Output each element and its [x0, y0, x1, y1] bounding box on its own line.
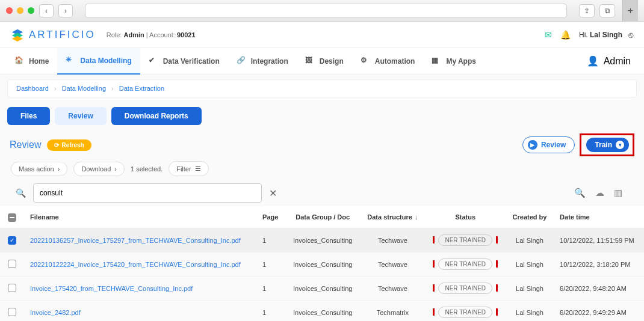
chevron-right-icon: › [111, 85, 114, 92]
cell-datetime: 6/20/2022, 9:48:20 AM [554, 277, 644, 301]
url-bar[interactable] [85, 4, 567, 18]
breadcrumb-data-extraction[interactable]: Data Extraction [119, 85, 164, 92]
download-dropdown[interactable]: Download› [73, 162, 125, 176]
cell-struct: Techwave [360, 228, 426, 252]
row-checkbox[interactable] [8, 284, 16, 292]
nav-data-verification[interactable]: ✔Data Verification [140, 48, 228, 75]
tab-download-reports[interactable]: Download Reports [111, 107, 202, 125]
table-row[interactable]: Invoice_175420_from_TECHWAVE_Consulting_… [0, 277, 644, 301]
cell-group: Invoices_Consulting [285, 277, 360, 301]
cell-struct: Techwave [360, 252, 426, 277]
cell-datetime: 10/12/2022, 3:18:20 PM [554, 252, 644, 277]
cell-group: Invoices_Consulting [285, 252, 360, 277]
refresh-icon: ⟳ [54, 142, 59, 148]
share-icon[interactable]: ⇪ [579, 4, 595, 17]
cloud-download-icon[interactable]: ☁ [595, 188, 604, 198]
cell-group: Invoices_Consulting [285, 228, 360, 252]
role-account-text: Role: Admin | Account: 90021 [107, 31, 196, 38]
admin-icon: 👤 [587, 55, 599, 67]
traffic-lights [6, 7, 34, 14]
tab-review[interactable]: Review [55, 107, 106, 125]
automation-icon: ⚙ [361, 56, 371, 67]
col-datastruct[interactable]: Data structure↓ [360, 206, 426, 228]
select-all-checkbox[interactable] [8, 213, 16, 222]
col-datetime[interactable]: Date time [554, 206, 644, 228]
table-row[interactable]: ✓202210136257_Invoice_175297_from_TECHWA… [0, 228, 644, 252]
bell-icon[interactable]: 🔔 [560, 30, 571, 40]
clear-search-button[interactable]: ✕ [269, 188, 277, 199]
train-button[interactable]: Train ▾ [586, 138, 629, 152]
row-checkbox[interactable] [8, 308, 16, 316]
main-nav: 🏠Home ✳Data Modelling ✔Data Verification… [0, 48, 644, 75]
filter-button[interactable]: Filter☰ [169, 161, 208, 176]
design-icon: 🖼 [305, 56, 316, 67]
app-logo[interactable]: ARTIFICIO [11, 28, 96, 41]
train-highlight: Train ▾ [580, 133, 634, 156]
mass-action-dropdown[interactable]: Mass action› [11, 162, 67, 176]
breadcrumb-dashboard[interactable]: Dashboard [16, 85, 49, 92]
minimize-window[interactable] [17, 7, 23, 14]
play-icon: ▶ [528, 140, 537, 150]
columns-icon[interactable]: ▥ [614, 188, 622, 198]
search-toggle-icon[interactable]: 🔍 [574, 188, 586, 198]
breadcrumb-data-modelling[interactable]: Data Modelling [62, 85, 106, 92]
filename-link[interactable]: 202210136257_Invoice_175297_from_TECHWAV… [30, 237, 241, 244]
col-filename[interactable]: Filename [24, 206, 256, 228]
table-header-row: Filename Page Data Group / Doc Data stru… [0, 206, 644, 228]
nav-automation[interactable]: ⚙Automation [352, 48, 424, 75]
tabs-icon[interactable]: ⧉ [599, 4, 615, 17]
status-highlight: NER TRAINED [433, 284, 498, 292]
status-badge: NER TRAINED [438, 307, 492, 318]
col-createdby[interactable]: Created by [506, 206, 554, 228]
col-datagroup[interactable]: Data Group / Doc [285, 206, 360, 228]
filename-link[interactable]: Invoice_175420_from_TECHWAVE_Consulting_… [30, 285, 193, 292]
forward-button[interactable]: › [58, 4, 73, 17]
search-row: 🔍 ✕ 🔍 ☁ ▥ [0, 179, 644, 206]
table-row[interactable]: 202210122224_Invoice_175420_from_TECHWAV… [0, 252, 644, 277]
app-header: ARTIFICIO Role: Admin | Account: 90021 ✉… [0, 22, 644, 48]
close-window[interactable] [6, 7, 13, 14]
apps-icon: ▦ [432, 56, 442, 67]
nav-my-apps[interactable]: ▦My Apps [423, 48, 485, 75]
status-highlight: NER TRAINED [433, 308, 498, 316]
cell-createdby: Lal Singh [506, 228, 554, 252]
integration-icon: 🔗 [237, 56, 247, 67]
browser-chrome: ‹ › ⇪ ⧉ + [0, 0, 644, 22]
nav-home[interactable]: 🏠Home [6, 48, 57, 75]
maximize-window[interactable] [28, 7, 34, 14]
row-checkbox[interactable] [8, 260, 16, 268]
new-tab-button[interactable]: + [622, 0, 638, 22]
home-icon: 🏠 [14, 56, 25, 67]
logo-text: ARTIFICIO [29, 29, 96, 41]
nav-data-modelling[interactable]: ✳Data Modelling [57, 48, 140, 75]
chevron-right-icon: › [58, 165, 60, 173]
verification-icon: ✔ [149, 56, 159, 67]
nav-integration[interactable]: 🔗Integration [228, 48, 297, 75]
filter-icon: ☰ [195, 165, 201, 173]
filename-link[interactable]: 202210122224_Invoice_175420_from_TECHWAV… [30, 261, 241, 268]
cell-createdby: Lal Singh [506, 301, 554, 322]
nav-admin[interactable]: 👤Admin [587, 55, 638, 67]
cell-createdby: Lal Singh [506, 252, 554, 277]
sort-desc-icon: ↓ [415, 213, 418, 221]
refresh-button[interactable]: ⟳Refresh [47, 139, 91, 151]
filename-link[interactable]: Invoice_2482.pdf [30, 309, 81, 316]
search-input[interactable] [33, 183, 262, 203]
cell-datetime: 10/12/2022, 11:51:59 PM [554, 228, 644, 252]
back-button[interactable]: ‹ [39, 4, 54, 17]
tab-files[interactable]: Files [7, 107, 50, 125]
mail-icon[interactable]: ✉ [545, 30, 552, 40]
breadcrumb: Dashboard › Data Modelling › Data Extrac… [7, 79, 637, 97]
col-page[interactable]: Page [256, 206, 285, 228]
cell-page: 1 [256, 277, 285, 301]
status-badge: NER TRAINED [438, 258, 492, 270]
nav-design[interactable]: 🖼Design [297, 48, 352, 75]
col-status[interactable]: Status [426, 206, 506, 228]
chevron-right-icon: › [114, 165, 117, 173]
table-row[interactable]: Invoice_2482.pdf1Invoices_ConsultingTech… [0, 301, 644, 322]
review-button[interactable]: ▶ Review [522, 136, 575, 153]
status-highlight: NER TRAINED [433, 236, 498, 243]
sub-tabs: Files Review Download Reports [0, 102, 644, 130]
logout-icon[interactable]: ⎋ [628, 30, 633, 40]
row-checkbox[interactable]: ✓ [8, 236, 16, 245]
